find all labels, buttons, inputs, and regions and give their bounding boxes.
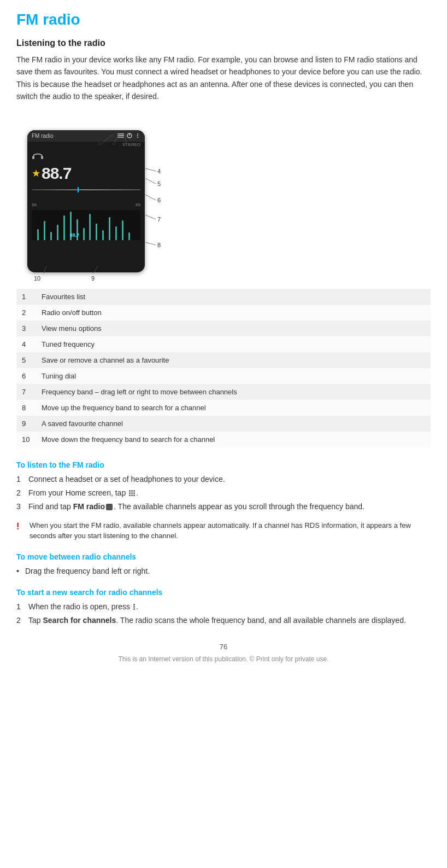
- svg-line-18: [145, 178, 156, 184]
- table-cell-num: 7: [16, 384, 36, 400]
- table-cell-num: 4: [16, 336, 36, 352]
- radio-phone-mockup: FM radio STEREO ★ 88.7: [27, 130, 145, 272]
- table-cell-num: 10: [16, 432, 36, 447]
- page-title: FM radio: [16, 11, 431, 28]
- step-item: 3 Find and tap FM radio. The available c…: [16, 501, 431, 512]
- svg-text:4: 4: [157, 168, 161, 174]
- diagram-container: FM radio STEREO ★ 88.7: [16, 114, 202, 283]
- svg-text:6: 6: [157, 197, 161, 203]
- move-bullets: • Drag the frequency band left or right.: [16, 566, 431, 577]
- svg-text:5: 5: [157, 180, 161, 187]
- three-dots-icon: [133, 604, 135, 610]
- table-cell-desc: Tuning dial: [36, 368, 431, 384]
- headphone-icon: [32, 150, 44, 162]
- svg-rect-8: [32, 156, 34, 159]
- tuning-dial: [32, 189, 140, 199]
- bullet-item: • Drag the frequency band left or right.: [16, 566, 431, 577]
- table-cell-desc: Save or remove a channel as a favourite: [36, 352, 431, 368]
- freq-overlay-label: 88.7: [70, 232, 80, 238]
- waveform-area: 88.7: [32, 210, 140, 240]
- table-row: 3View menu options: [16, 321, 431, 336]
- svg-point-6: [137, 135, 138, 136]
- note-text: When you start the FM radio, available c…: [30, 520, 431, 541]
- grid-icon: [129, 490, 135, 496]
- svg-line-20: [145, 195, 156, 200]
- list-icon: [117, 133, 124, 138]
- power-icon: [127, 133, 132, 138]
- svg-text:8: 8: [157, 242, 161, 248]
- table-row: 1Favourites list: [16, 289, 431, 305]
- table-cell-num: 1: [16, 289, 36, 305]
- sub-heading-search: To start a new search for radio channels: [16, 588, 431, 597]
- table-cell-desc: Favourites list: [36, 289, 431, 305]
- page-number: 76: [16, 643, 431, 651]
- table-cell-desc: Move down the frequency band to search f…: [36, 432, 431, 447]
- search-steps: 1 When the radio is open, press . 2 Tap …: [16, 601, 431, 626]
- star-icon: ★: [32, 167, 40, 179]
- table-cell-num: 6: [16, 368, 36, 384]
- table-row: 5Save or remove a channel as a favourite: [16, 352, 431, 368]
- svg-text:10: 10: [34, 275, 40, 282]
- table-row: 4Tuned frequency: [16, 336, 431, 352]
- step-item: 2 Tap Search for channels. The radio sca…: [16, 615, 431, 626]
- table-row: 6Tuning dial: [16, 368, 431, 384]
- svg-point-5: [137, 133, 138, 135]
- footer-note: This is an Internet version of this publ…: [16, 655, 431, 663]
- radio-app-title: FM radio: [32, 133, 53, 139]
- page-footer: 76 This is an Internet version of this p…: [16, 643, 431, 663]
- more-icon: [135, 133, 140, 138]
- svg-rect-2: [117, 137, 124, 138]
- frequency-display: 88.7: [42, 164, 71, 183]
- svg-line-24: [145, 242, 156, 245]
- table-row: 10Move down the frequency band to search…: [16, 432, 431, 447]
- header-icons: [117, 133, 140, 138]
- table-row: 9A saved favourite channel: [16, 416, 431, 432]
- step-item: 2 From your Home screen, tap .: [16, 487, 431, 499]
- sub-heading-listen: To listen to the FM radio: [16, 461, 431, 469]
- table-cell-num: 3: [16, 321, 36, 336]
- table-cell-num: 2: [16, 305, 36, 321]
- step-item: 1 Connect a headset or a set of headphon…: [16, 474, 431, 485]
- warning-icon: !: [16, 520, 25, 541]
- table-cell-num: 5: [16, 352, 36, 368]
- section-heading-listen: Listening to the radio: [16, 38, 431, 48]
- table-cell-desc: View menu options: [36, 321, 431, 336]
- intro-paragraph: The FM radio in your device works like a…: [16, 54, 431, 103]
- svg-text:7: 7: [157, 216, 161, 223]
- note-block: ! When you start the FM radio, available…: [16, 520, 431, 541]
- svg-rect-9: [41, 156, 43, 159]
- bullet-text: Drag the frequency band left or right.: [25, 566, 150, 577]
- table-cell-desc: Frequency band – drag left or right to m…: [36, 384, 431, 400]
- table-row: 8Move up the frequency band to search fo…: [16, 400, 431, 416]
- svg-line-22: [145, 215, 156, 219]
- freq-scale: 88 89: [27, 201, 145, 208]
- table-cell-desc: Tuned frequency: [36, 336, 431, 352]
- svg-point-7: [137, 137, 138, 138]
- table-cell-desc: Move up the frequency band to search for…: [36, 400, 431, 416]
- table-row: 2Radio on/off button: [16, 305, 431, 321]
- svg-rect-0: [117, 133, 124, 135]
- fm-radio-icon: [106, 504, 113, 510]
- svg-text:9: 9: [91, 275, 95, 282]
- reference-table: 1Favourites list2Radio on/off button3Vie…: [16, 289, 431, 447]
- svg-rect-1: [117, 135, 124, 136]
- table-row: 7Frequency band – drag left or right to …: [16, 384, 431, 400]
- table-cell-num: 8: [16, 400, 36, 416]
- listen-steps: 1 Connect a headset or a set of headphon…: [16, 474, 431, 512]
- stereo-label: STEREO: [27, 142, 145, 148]
- svg-line-16: [145, 168, 156, 171]
- table-cell-desc: A saved favourite channel: [36, 416, 431, 432]
- sub-heading-move: To move between radio channels: [16, 552, 431, 561]
- table-cell-num: 9: [16, 416, 36, 432]
- table-cell-desc: Radio on/off button: [36, 305, 431, 321]
- step-item: 1 When the radio is open, press .: [16, 601, 431, 613]
